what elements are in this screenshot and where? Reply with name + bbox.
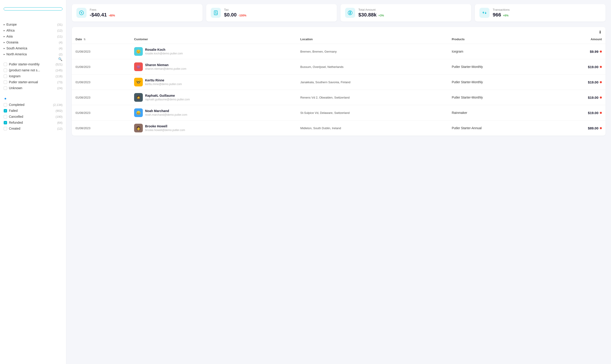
product-checkbox[interactable] bbox=[4, 63, 7, 66]
status-item: Failed (902) bbox=[4, 108, 62, 114]
product-checkbox[interactable] bbox=[4, 69, 7, 72]
col-header-date[interactable]: Date ⇅ bbox=[72, 35, 130, 44]
table-body: 01/08/2023 😊 Rosalie Koch rosalie.koch@d… bbox=[72, 44, 606, 136]
product-item: Unknown (24) bbox=[4, 85, 62, 91]
product-item: Putler starter-monthly (521) bbox=[4, 61, 62, 67]
table-row[interactable]: 01/08/2023 🤓 Kerttu Rinne kerttu.rinne@d… bbox=[72, 75, 606, 90]
amount-cell: $89.00 bbox=[549, 120, 606, 136]
amount-cell: $19.00 bbox=[549, 75, 606, 90]
location-cell: Renens Vd 2, Obwalden, Switzerland bbox=[297, 90, 448, 105]
metric-cards: Fees -$40.41 -48% Tax $0.00 -100% Total … bbox=[72, 4, 606, 22]
status-name: Completed bbox=[9, 103, 51, 106]
chevron-right-icon: ▸ bbox=[4, 23, 5, 26]
status-count: (902) bbox=[56, 109, 62, 113]
status-checkbox[interactable] bbox=[4, 121, 7, 124]
customer-email: raphaël.guillaume@demo.putler.com bbox=[145, 98, 190, 101]
location-cell: Bremen, Bremen, Germany bbox=[297, 44, 448, 59]
date-cell: 01/08/2023 bbox=[72, 75, 130, 90]
status-checkbox[interactable] bbox=[4, 103, 7, 106]
location-item[interactable]: ▸ Oceania (4) bbox=[4, 39, 62, 45]
status-name: Failed bbox=[9, 109, 54, 113]
customer-info: Brooke Howell brooke.howell@demo.putler.… bbox=[145, 124, 185, 132]
customer-cell: 😊 Rosalie Koch rosalie.koch@demo.putler.… bbox=[130, 44, 297, 59]
status-item: Created (12) bbox=[4, 126, 62, 131]
metric-value: -$40.41 bbox=[90, 12, 107, 18]
location-count: (4) bbox=[59, 47, 62, 50]
col-header-products: Products bbox=[448, 35, 549, 44]
amount-value: $19.00 bbox=[588, 65, 598, 69]
date-cell: 01/08/2023 bbox=[72, 44, 130, 59]
metric-info: Fees -$40.41 -48% bbox=[90, 8, 115, 18]
avatar: 🧔 bbox=[134, 93, 143, 102]
product-checkbox[interactable] bbox=[4, 80, 7, 84]
status-name: Refunded bbox=[9, 121, 55, 124]
customer-info: Kerttu Rinne kerttu.rinne@demo.putler.co… bbox=[145, 78, 182, 86]
product-cell: Rainmaker bbox=[448, 105, 549, 120]
status-checkbox[interactable] bbox=[4, 115, 7, 118]
product-count: (521) bbox=[56, 63, 62, 66]
customer-cell: 👾 Sharon Nieman sharon.nieman@demo.putle… bbox=[130, 59, 297, 75]
table-row[interactable]: 01/08/2023 👩 Brooke Howell brooke.howell… bbox=[72, 120, 606, 136]
metric-value: $0.00 bbox=[224, 12, 237, 18]
location-count: (4) bbox=[59, 41, 62, 44]
product-cell: Putler Starter-Monthly bbox=[448, 90, 549, 105]
location-count: (11) bbox=[57, 35, 62, 38]
chevron-right-icon: ▸ bbox=[4, 47, 5, 50]
metric-value-row: $0.00 -100% bbox=[224, 12, 246, 18]
amount-cell: $19.00 bbox=[549, 59, 606, 75]
col-header-location: Location bbox=[297, 35, 448, 44]
metric-value-row: $30.88k +3% bbox=[358, 12, 384, 18]
product-checkbox[interactable] bbox=[4, 75, 7, 78]
metric-card-tax: Tax $0.00 -100% bbox=[206, 4, 337, 22]
customer-email: brooke.howell@demo.putler.com bbox=[145, 129, 185, 132]
metric-label: Transactions bbox=[493, 8, 510, 12]
table-row[interactable]: 01/08/2023 😄 Noah Marchand noah.marchand… bbox=[72, 105, 606, 120]
sidebar: ▸ Europe (31) ▸ Africa (12) ▸ Asia (11) … bbox=[0, 0, 66, 364]
table-row[interactable]: 01/08/2023 👾 Sharon Nieman sharon.nieman… bbox=[72, 59, 606, 75]
customer-cell: 😄 Noah Marchand noah.marchand@demo.putle… bbox=[130, 105, 297, 120]
location-item[interactable]: ▸ Asia (11) bbox=[4, 33, 62, 39]
location-item[interactable]: ▸ Europe (31) bbox=[4, 22, 62, 27]
status-item: Cancelled (190) bbox=[4, 114, 62, 120]
product-item: Putler starter-annual (73) bbox=[4, 79, 62, 85]
metric-value: $30.88k bbox=[358, 12, 377, 18]
location-item[interactable]: ▸ South America (4) bbox=[4, 45, 62, 51]
product-cell: Icegram bbox=[448, 44, 549, 59]
location-count: (12) bbox=[57, 29, 62, 32]
product-name: Icegram bbox=[9, 74, 54, 78]
product-count: (73) bbox=[57, 80, 62, 84]
amount-value: $19.00 bbox=[588, 111, 598, 115]
customer-email: rosalie.koch@demo.putler.com bbox=[145, 52, 183, 55]
location-item[interactable]: ▸ Africa (12) bbox=[4, 27, 62, 33]
add-filter-button[interactable] bbox=[4, 7, 62, 11]
status-checkbox[interactable] bbox=[4, 109, 7, 113]
customer-cell: 🤓 Kerttu Rinne kerttu.rinne@demo.putler.… bbox=[130, 75, 297, 90]
table-row[interactable]: 01/08/2023 😊 Rosalie Koch rosalie.koch@d… bbox=[72, 44, 606, 59]
table-row[interactable]: 01/08/2023 🧔 RaphaëL Guillaume raphaël.g… bbox=[72, 90, 606, 105]
status-name: Created bbox=[9, 127, 55, 130]
customer-email: sharon.nieman@demo.putler.com bbox=[145, 67, 186, 70]
customer-name: Kerttu Rinne bbox=[145, 78, 182, 82]
location-list: ▸ Europe (31) ▸ Africa (12) ▸ Asia (11) … bbox=[4, 22, 62, 57]
table-header-row: Date ⇅CustomerLocationProductsAmount bbox=[72, 35, 606, 44]
status-section-title bbox=[4, 98, 62, 99]
product-cell: Putler Starter-Monthly bbox=[448, 75, 549, 90]
product-item: (product name not s... (145) bbox=[4, 67, 62, 73]
show-more-button[interactable] bbox=[4, 92, 62, 94]
download-button[interactable]: ⬇ bbox=[598, 30, 602, 35]
status-dot-red bbox=[600, 127, 602, 129]
product-checkbox[interactable] bbox=[4, 86, 7, 90]
location-name: North America bbox=[6, 52, 27, 56]
products-list: Putler starter-monthly (521) (product na… bbox=[4, 61, 62, 91]
location-item[interactable]: ▸ North America (2) bbox=[4, 51, 62, 57]
amount-value: $9.99 bbox=[590, 50, 598, 53]
avatar: 🤓 bbox=[134, 78, 143, 86]
products-search-icon[interactable]: 🔍 bbox=[58, 57, 62, 61]
customer-email: kerttu.rinne@demo.putler.com bbox=[145, 83, 182, 86]
status-checkbox[interactable] bbox=[4, 127, 7, 130]
metric-card-fees: Fees -$40.41 -48% bbox=[72, 4, 203, 22]
avatar: 😊 bbox=[134, 47, 143, 56]
location-cell: Janakkala, Southern Savonia, Finland bbox=[297, 75, 448, 90]
table-toolbar: ⬇ bbox=[72, 27, 606, 35]
status-count: (190) bbox=[56, 115, 62, 118]
